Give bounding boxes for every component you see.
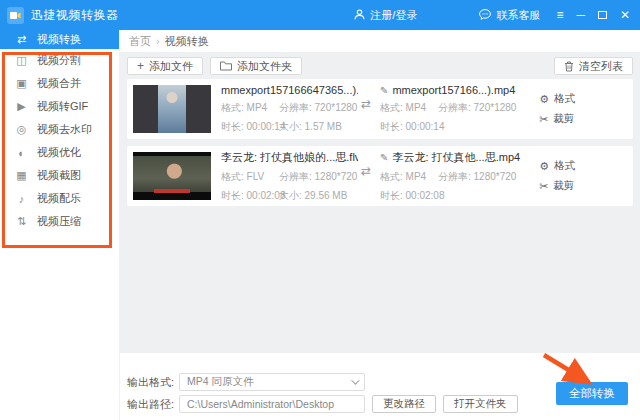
change-path-button[interactable]: 更改路径 xyxy=(372,395,436,413)
add-folder-button[interactable]: 添加文件夹 xyxy=(210,57,302,75)
scissors-icon: ✂ xyxy=(539,180,548,193)
sidebar-item-video-to-gif[interactable]: ▶ 视频转GIF xyxy=(0,95,119,118)
trim-button[interactable]: ✂ 裁剪 xyxy=(539,179,575,193)
clear-list-button[interactable]: 清空列表 xyxy=(554,57,633,75)
sidebar-item-video-music[interactable]: ♪ 视频配乐 xyxy=(0,187,119,210)
music-icon: ♪ xyxy=(15,193,28,205)
breadcrumb: 首页 › 视频转换 xyxy=(120,30,640,52)
plus-icon: + xyxy=(137,59,144,73)
sidebar-item-label: 视频压缩 xyxy=(37,214,81,229)
row-actions: ⚙ 格式 ✂ 裁剪 xyxy=(539,159,575,193)
convert-arrow-icon: ⇄ xyxy=(358,97,374,111)
footer: 输出格式: MP4 同原文件 输出路径: C:\Users\Administra… xyxy=(120,353,640,420)
sidebar-item-label: 视频转GIF xyxy=(37,99,88,114)
file-row: mmexport157166647365...).mp4 格式: MP4 分辨率… xyxy=(127,79,633,139)
convert-arrow-icon: ⇄ xyxy=(358,164,374,178)
row-actions: ⚙ 格式 ✂ 裁剪 xyxy=(539,92,575,126)
video-thumbnail[interactable] xyxy=(133,85,211,133)
window-controls: ≡ ─ ✕ xyxy=(556,9,630,21)
screenshot-icon: ▦ xyxy=(15,169,28,182)
menu-icon[interactable]: ≡ xyxy=(556,9,563,21)
video-thumbnail[interactable] xyxy=(133,152,211,200)
clear-list-label: 清空列表 xyxy=(579,59,623,74)
output-info: ✎ mmexport157166...).mp4 格式: MP4 分辨率: 72… xyxy=(380,84,530,134)
sidebar: ⇄ 视频转换 ◫ 视频分割 ▣ 视频合并 ▶ 视频转GIF ◎ 视频去水印 ◐ … xyxy=(0,30,120,420)
merge-icon: ▣ xyxy=(15,77,28,90)
output-info: ✎ 李云龙: 打仗真他...思.mp4 格式: MP4 分辨率: 1280*72… xyxy=(380,150,530,203)
sidebar-item-label: 视频截图 xyxy=(37,168,81,183)
sidebar-item-video-screenshot[interactable]: ▦ 视频截图 xyxy=(0,164,119,187)
trim-button[interactable]: ✂ 裁剪 xyxy=(539,112,575,126)
scissors-icon: ✂ xyxy=(539,113,548,126)
gif-icon: ▶ xyxy=(15,100,28,113)
add-file-label: 添加文件 xyxy=(149,59,193,74)
convert-icon: ⇄ xyxy=(15,33,28,46)
output-format-label: 输出格式: xyxy=(127,375,179,390)
minimize-button[interactable]: ─ xyxy=(576,9,585,21)
support-link[interactable]: 联系客服 xyxy=(479,8,540,23)
maximize-button[interactable] xyxy=(598,9,607,21)
chevron-down-icon xyxy=(351,376,359,384)
sidebar-item-label: 视频转换 xyxy=(37,32,81,47)
login-link[interactable]: 注册/登录 xyxy=(354,8,417,23)
output-filename[interactable]: ✎ 李云龙: 打仗真他...思.mp4 xyxy=(380,150,530,165)
login-label: 注册/登录 xyxy=(370,8,417,23)
app-window: 迅捷视频转换器 注册/登录 联系客服 ≡ ─ ✕ ⇄ 视频转换 ◫ 视 xyxy=(0,0,640,420)
support-label: 联系客服 xyxy=(496,8,540,23)
sidebar-item-video-optimize[interactable]: ◐ 视频优化 xyxy=(0,141,119,164)
maximize-icon xyxy=(598,11,607,19)
output-path-label: 输出路径: xyxy=(127,397,179,412)
output-format-value: MP4 同原文件 xyxy=(187,375,254,389)
add-file-button[interactable]: + 添加文件 xyxy=(127,57,203,75)
app-logo-icon xyxy=(7,7,24,24)
breadcrumb-home[interactable]: 首页 xyxy=(129,34,151,49)
sidebar-item-video-convert[interactable]: ⇄ 视频转换 xyxy=(0,30,119,49)
format-button[interactable]: ⚙ 格式 xyxy=(539,92,575,106)
sidebar-item-video-merge[interactable]: ▣ 视频合并 xyxy=(0,72,119,95)
app-title: 迅捷视频转换器 xyxy=(31,7,119,24)
watermark-icon: ◎ xyxy=(15,123,28,136)
sidebar-item-video-compress[interactable]: ⇅ 视频压缩 xyxy=(0,210,119,233)
source-info: 李云龙: 打仗真他娘的...思.flv 格式: FLV 分辨率: 1280*72… xyxy=(221,150,358,203)
chat-icon xyxy=(479,9,491,22)
file-row: 李云龙: 打仗真他娘的...思.flv 格式: FLV 分辨率: 1280*72… xyxy=(127,146,633,206)
close-button[interactable]: ✕ xyxy=(620,9,630,21)
compress-icon: ⇅ xyxy=(15,215,28,228)
sidebar-item-label: 视频分割 xyxy=(37,53,81,68)
file-list-panel: + 添加文件 添加文件夹 清空列表 mmexport157166647365..… xyxy=(120,52,640,353)
sidebar-item-label: 视频优化 xyxy=(37,145,81,160)
gear-icon: ⚙ xyxy=(539,93,549,106)
titlebar: 迅捷视频转换器 注册/登录 联系客服 ≡ ─ ✕ xyxy=(0,0,640,30)
breadcrumb-separator: › xyxy=(156,35,160,47)
split-icon: ◫ xyxy=(15,54,28,67)
format-button[interactable]: ⚙ 格式 xyxy=(539,159,575,173)
user-icon xyxy=(354,9,365,22)
output-format-select[interactable]: MP4 同原文件 xyxy=(179,373,365,391)
sidebar-item-label: 视频配乐 xyxy=(37,191,81,206)
output-path-input[interactable]: C:\Users\Administrator\Desktop xyxy=(179,395,365,413)
trash-icon xyxy=(564,61,574,72)
edit-icon: ✎ xyxy=(380,85,388,96)
convert-all-button[interactable]: 全部转换 xyxy=(556,382,628,405)
add-folder-label: 添加文件夹 xyxy=(237,59,292,74)
sidebar-item-watermark-remove[interactable]: ◎ 视频去水印 xyxy=(0,118,119,141)
source-filename: mmexport157166647365...).mp4 xyxy=(221,84,358,96)
breadcrumb-current: 视频转换 xyxy=(165,34,209,49)
folder-icon xyxy=(220,61,232,71)
open-folder-button[interactable]: 打开文件夹 xyxy=(443,395,518,413)
optimize-icon: ◐ xyxy=(15,147,28,159)
source-filename: 李云龙: 打仗真他娘的...思.flv xyxy=(221,150,358,165)
output-filename[interactable]: ✎ mmexport157166...).mp4 xyxy=(380,84,530,96)
sidebar-item-video-split[interactable]: ◫ 视频分割 xyxy=(0,49,119,72)
sidebar-item-label: 视频去水印 xyxy=(37,122,92,137)
edit-icon: ✎ xyxy=(380,152,388,163)
list-toolbar: + 添加文件 添加文件夹 清空列表 xyxy=(127,57,633,75)
source-info: mmexport157166647365...).mp4 格式: MP4 分辨率… xyxy=(221,84,358,134)
gear-icon: ⚙ xyxy=(539,160,549,173)
sidebar-item-label: 视频合并 xyxy=(37,76,81,91)
